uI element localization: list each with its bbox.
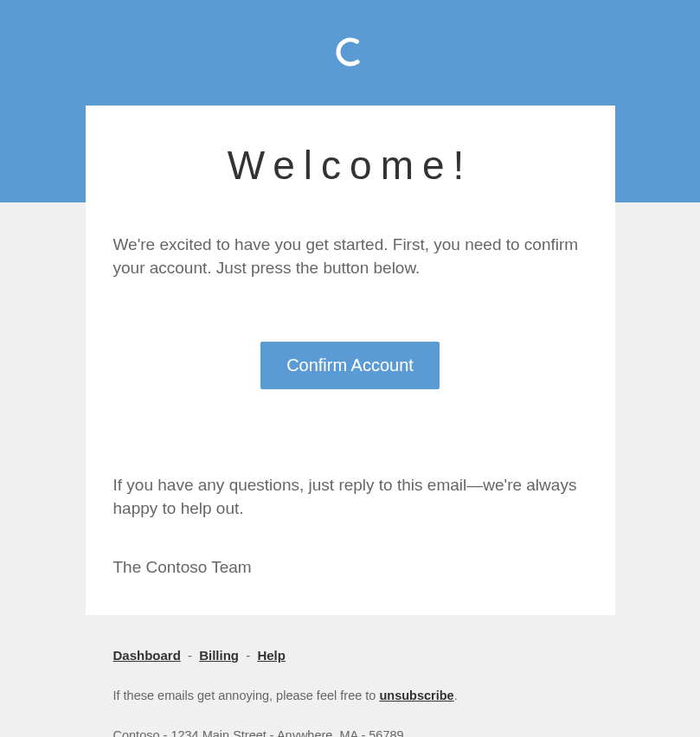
intro-text: We're excited to have you get started. F…: [113, 234, 588, 279]
billing-link[interactable]: Billing: [199, 648, 239, 663]
signoff-text: The Contoso Team: [113, 558, 588, 577]
footer-address: Contoso - 1234 Main Street - Anywhere, M…: [113, 728, 588, 737]
svg-point-0: [334, 35, 367, 68]
dashboard-link[interactable]: Dashboard: [113, 648, 181, 663]
footer-separator: -: [242, 648, 254, 663]
footer-links: Dashboard - Billing - Help: [113, 648, 588, 663]
button-wrapper: Confirm Account: [113, 342, 588, 389]
spinner-icon: [333, 35, 368, 69]
email-card: Welcome! We're excited to have you get s…: [86, 106, 615, 615]
confirm-account-button[interactable]: Confirm Account: [260, 342, 440, 389]
help-link[interactable]: Help: [257, 648, 286, 663]
unsubscribe-link[interactable]: unsubscribe: [379, 689, 453, 702]
footer: Dashboard - Billing - Help If these emai…: [86, 615, 615, 737]
unsubscribe-suffix: .: [454, 689, 458, 702]
unsubscribe-text: If these emails get annoying, please fee…: [113, 689, 588, 702]
footer-separator: -: [184, 648, 196, 663]
questions-text: If you have any questions, just reply to…: [113, 474, 588, 520]
unsubscribe-prefix: If these emails get annoying, please fee…: [113, 689, 380, 702]
welcome-title: Welcome!: [113, 142, 588, 189]
